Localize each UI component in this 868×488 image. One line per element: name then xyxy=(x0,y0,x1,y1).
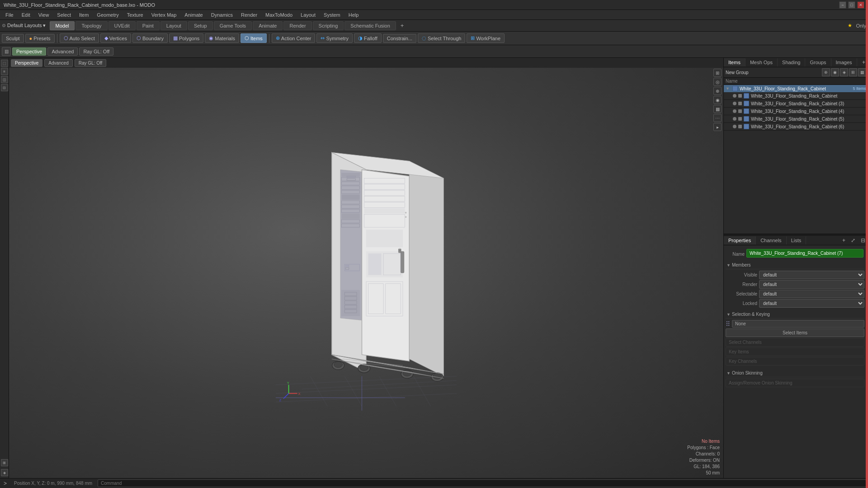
menu-geometry[interactable]: Geometry xyxy=(93,11,122,19)
menu-layout[interactable]: Layout xyxy=(297,11,319,19)
boundary-button[interactable]: ⬡ Boundary xyxy=(132,33,168,43)
vp-ctrl-4[interactable]: ◉ xyxy=(713,96,722,104)
menu-file[interactable]: File xyxy=(2,11,17,19)
tab-game-tools[interactable]: Game Tools xyxy=(214,21,252,30)
tab-model[interactable]: Model xyxy=(50,21,75,30)
tab-paint[interactable]: Paint xyxy=(137,21,160,30)
vertices-button[interactable]: ◆ Vertices xyxy=(100,33,131,43)
menu-view[interactable]: View xyxy=(35,11,53,19)
name-value[interactable]: White_33U_Floor_Standing_Rack_Cabinet (7… xyxy=(746,249,863,258)
menu-item[interactable]: Item xyxy=(75,11,92,19)
tab-uvedit[interactable]: UVEdit xyxy=(108,21,136,30)
items-tool-4[interactable]: ⊞ xyxy=(849,68,857,76)
list-item[interactable]: White_33U_Floor_Standing_Rack_Cabinet (5… xyxy=(724,115,868,123)
add-tab-button[interactable]: + xyxy=(397,21,408,30)
items-tool-5[interactable]: ▦ xyxy=(858,68,866,76)
left-tool-4[interactable]: ⊡ xyxy=(1,84,8,91)
list-item[interactable]: White_33U_Floor_Standing_Rack_Cabinet (3… xyxy=(724,100,868,108)
vp-ray-gl-btn[interactable]: Ray GL: Off xyxy=(75,59,107,67)
tab-mesh-ops[interactable]: Mesh Ops xyxy=(745,58,778,66)
perspective-button[interactable]: Perspective xyxy=(12,47,46,56)
render-select[interactable]: default xyxy=(759,280,864,289)
vp-perspective-btn[interactable]: Perspective xyxy=(11,59,42,67)
menu-render[interactable]: Render xyxy=(237,11,261,19)
items-tool-1[interactable]: ⊕ xyxy=(822,68,830,76)
tab-animate[interactable]: Animate xyxy=(253,21,283,30)
items-group-header[interactable]: ▼ White_33U_Floor_Standing_Rack_Cabinet … xyxy=(724,85,868,92)
viewport-toggle-button[interactable]: ▥ xyxy=(2,47,11,56)
key-channels-button[interactable]: Key Channels xyxy=(726,357,864,366)
selection-keying-header[interactable]: ▼ Selection & Keying xyxy=(726,310,864,319)
sculpt-button[interactable]: Sculpt xyxy=(2,34,24,43)
props-expand-button[interactable]: ⤢ xyxy=(848,236,858,245)
items-tool-2[interactable]: ◉ xyxy=(831,68,839,76)
command-input[interactable] xyxy=(98,479,866,487)
vp-ctrl-7[interactable]: ▸ xyxy=(713,123,722,131)
key-items-button[interactable]: Key Items xyxy=(726,347,864,356)
select-items-button[interactable]: Select Items xyxy=(726,328,864,337)
menu-select[interactable]: Select xyxy=(53,11,75,19)
items-button[interactable]: ⬡ Items xyxy=(241,33,267,43)
vp-ctrl-1[interactable]: ⊞ xyxy=(713,69,722,77)
tab-images[interactable]: Images xyxy=(831,58,857,66)
selectable-select[interactable]: default xyxy=(759,290,864,298)
assign-remove-onion-button[interactable]: Assign/Remove Onion Skinning xyxy=(726,379,864,387)
minimize-button[interactable]: − xyxy=(839,1,846,9)
left-tool-5[interactable]: ⊞ xyxy=(1,459,8,466)
left-tool-1[interactable]: ⬚ xyxy=(1,60,8,67)
tab-schematic-fusion[interactable]: Schematic Fusion xyxy=(344,21,396,30)
menu-maxtomod[interactable]: MaxToModo xyxy=(262,11,296,19)
left-tool-2[interactable]: ≡ xyxy=(1,68,8,75)
vp-ctrl-5[interactable]: ▦ xyxy=(713,105,722,113)
tab-items[interactable]: Items xyxy=(724,58,745,66)
close-button[interactable]: ✕ xyxy=(857,1,864,9)
menu-vertex-map[interactable]: Vertex Map xyxy=(148,11,180,19)
tab-properties[interactable]: Properties xyxy=(724,236,756,244)
maximize-button[interactable]: □ xyxy=(848,1,855,9)
select-channels-button[interactable]: Select Channels xyxy=(726,338,864,347)
items-tool-3[interactable]: ◈ xyxy=(840,68,848,76)
tab-channels[interactable]: Channels xyxy=(756,236,786,244)
ray-gl-button[interactable]: Ray GL: Off xyxy=(79,47,113,56)
polygons-button[interactable]: ▦ Polygons xyxy=(169,33,203,43)
layout-dropdown[interactable]: Default Layouts ▾ xyxy=(7,23,46,28)
tab-lists[interactable]: Lists xyxy=(787,236,807,244)
vp-ctrl-3[interactable]: ⊕ xyxy=(713,87,722,95)
auto-select-button[interactable]: ⬡ Auto Select xyxy=(60,33,99,43)
tab-scripting[interactable]: Scripting xyxy=(313,21,344,30)
select-through-button[interactable]: ◌ Select Through xyxy=(418,33,465,43)
viewport[interactable]: Perspective Advanced Ray GL: Off ⊞ ◎ ⊕ ◉… xyxy=(9,58,723,478)
materials-button[interactable]: ◉ Materials xyxy=(205,33,239,43)
vp-ctrl-2[interactable]: ◎ xyxy=(713,78,722,86)
list-item[interactable]: White_33U_Floor_Standing_Rack_Cabinet xyxy=(724,92,868,100)
list-item[interactable]: White_33U_Floor_Standing_Rack_Cabinet (4… xyxy=(724,108,868,115)
tab-setup[interactable]: Setup xyxy=(188,21,213,30)
vp-advanced-btn[interactable]: Advanced xyxy=(44,59,72,67)
presets-button[interactable]: ● Presets xyxy=(25,34,55,43)
symmetry-button[interactable]: ⇔ Symmetry xyxy=(316,33,353,43)
workplane-button[interactable]: ⊞ WorkPlane xyxy=(467,33,505,43)
list-item[interactable]: White_33U_Floor_Standing_Rack_Cabinet (6… xyxy=(724,123,868,131)
menu-system[interactable]: System xyxy=(320,11,344,19)
tab-render[interactable]: Render xyxy=(283,21,311,30)
visible-select[interactable]: default xyxy=(759,271,864,279)
falloff-button[interactable]: ◑ Falloff xyxy=(354,33,382,43)
tab-topology[interactable]: Topology xyxy=(75,21,107,30)
menu-texture[interactable]: Texture xyxy=(123,11,147,19)
menu-dynamics[interactable]: Dynamics xyxy=(208,11,236,19)
action-center-button[interactable]: ⊕ Action Center xyxy=(272,33,316,43)
menu-help[interactable]: Help xyxy=(345,11,363,19)
onion-skinning-header[interactable]: ▼ Onion Skinning xyxy=(726,369,864,377)
tab-shading[interactable]: Shading xyxy=(778,58,805,66)
menu-edit[interactable]: Edit xyxy=(18,11,34,19)
tab-layout[interactable]: Layout xyxy=(160,21,187,30)
advanced-button[interactable]: Advanced xyxy=(47,47,78,56)
menu-animate[interactable]: Animate xyxy=(181,11,206,19)
constrain-button[interactable]: Constrain... xyxy=(383,34,416,43)
tab-groups[interactable]: Groups xyxy=(805,58,831,66)
members-section-header[interactable]: ▼ Members xyxy=(726,261,864,269)
locked-select[interactable]: default xyxy=(759,299,864,308)
left-tool-3[interactable]: ◫ xyxy=(1,76,8,83)
props-add-tab-button[interactable]: + xyxy=(840,236,848,245)
expand-button[interactable]: > xyxy=(2,480,9,487)
